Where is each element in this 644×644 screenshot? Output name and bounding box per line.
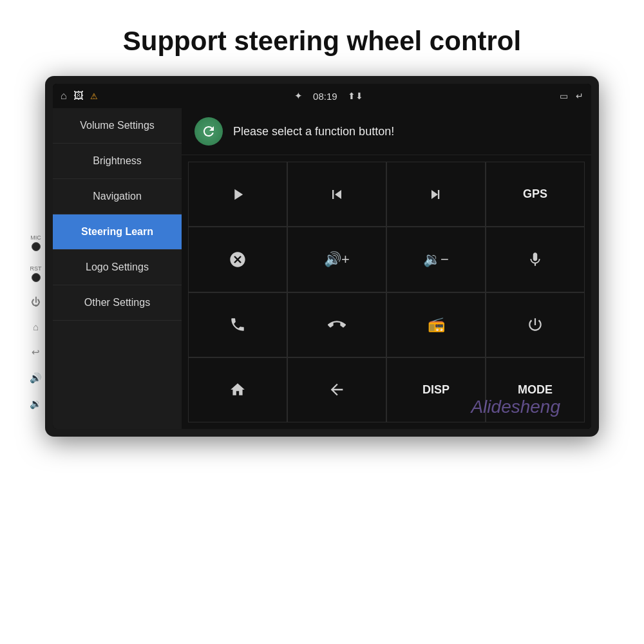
rst-indicator: RST	[30, 265, 42, 282]
hardware-side-controls: MIC RST ⏻ ⌂ ↩ 🔊 🔉	[30, 234, 42, 410]
mic-dot	[32, 242, 41, 251]
screen: ⌂ 🖼 ⚠ ✦ 08:19 ⬆⬇ ▭ ↵ Volume Setti	[53, 84, 591, 429]
home-hw-icon: ⌂	[33, 321, 39, 332]
sidebar-item-steering[interactable]: Steering Learn	[53, 214, 182, 250]
mic-label: MIC	[30, 234, 41, 241]
button-grid: GPS 🔊+ 🔉−	[182, 155, 591, 429]
screen-icon: ▭	[560, 91, 568, 101]
sidebar: Volume Settings Brightness Navigation St…	[53, 108, 182, 429]
device-wrapper: MIC RST ⏻ ⌂ ↩ 🔊 🔉 ⌂ 🖼	[0, 76, 644, 437]
vol-down-hw-button[interactable]: 🔉	[30, 398, 42, 410]
function-panel: Please select a function button!	[182, 108, 591, 429]
prev-track-button[interactable]	[287, 162, 386, 227]
rst-label: RST	[30, 265, 42, 272]
sidebar-item-navigation[interactable]: Navigation	[53, 179, 182, 214]
function-header: Please select a function button!	[182, 108, 591, 155]
page-title: Support steering wheel control	[0, 0, 644, 76]
image-status-icon: 🖼	[73, 90, 84, 102]
phone-button[interactable]	[188, 292, 287, 357]
power-hw-button[interactable]: ⏻	[31, 296, 41, 307]
mic-button[interactable]	[486, 227, 585, 292]
warning-status-icon: ⚠	[90, 91, 98, 101]
status-right: ▭ ↵	[560, 91, 583, 101]
home-btn[interactable]	[188, 357, 287, 422]
sidebar-item-volume[interactable]: Volume Settings	[53, 108, 182, 144]
back-hw-button[interactable]: ↩	[32, 346, 40, 358]
arrows-icon: ⬆⬇	[348, 91, 363, 101]
back-btn[interactable]	[287, 357, 386, 422]
sidebar-item-other[interactable]: Other Settings	[53, 285, 182, 321]
vol-up-button[interactable]: 🔊+	[287, 227, 386, 292]
next-track-button[interactable]	[386, 162, 486, 227]
vol-down-button[interactable]: 🔉−	[386, 227, 486, 292]
vol-down-hw-icon: 🔉	[30, 398, 42, 410]
car-radio-device: ⌂ 🖼 ⚠ ✦ 08:19 ⬆⬇ ▭ ↵ Volume Setti	[45, 76, 599, 437]
home-hw-button[interactable]: ⌂	[33, 321, 39, 332]
gps-button[interactable]: GPS	[486, 162, 585, 227]
sidebar-item-logo[interactable]: Logo Settings	[53, 250, 182, 285]
bluetooth-icon: ✦	[294, 90, 303, 102]
home-status-icon: ⌂	[61, 90, 67, 102]
back-hw-icon: ↩	[32, 346, 40, 358]
sidebar-item-brightness[interactable]: Brightness	[53, 144, 182, 179]
function-title: Please select a function button!	[233, 125, 394, 138]
refresh-icon[interactable]	[194, 117, 223, 146]
vol-up-hw-button[interactable]: 🔊	[30, 372, 42, 384]
back-nav-icon: ↵	[576, 91, 583, 101]
status-center: ✦ 08:19 ⬆⬇	[294, 90, 363, 102]
radio-button[interactable]: 📻	[386, 292, 486, 357]
play-button[interactable]	[188, 162, 287, 227]
mute-button[interactable]	[188, 227, 287, 292]
time-display: 08:19	[313, 91, 337, 102]
vol-up-hw-icon: 🔊	[30, 372, 42, 384]
main-content: Volume Settings Brightness Navigation St…	[53, 108, 591, 429]
status-left: ⌂ 🖼 ⚠	[61, 90, 98, 102]
mode-button[interactable]: MODE	[486, 357, 585, 422]
mic-indicator: MIC	[30, 234, 41, 251]
power-button[interactable]	[486, 292, 585, 357]
status-bar: ⌂ 🖼 ⚠ ✦ 08:19 ⬆⬇ ▭ ↵	[53, 84, 591, 108]
hangup-button[interactable]	[287, 292, 386, 357]
disp-button[interactable]: DISP	[386, 357, 486, 422]
rst-dot	[32, 273, 41, 282]
power-icon: ⏻	[31, 296, 41, 307]
